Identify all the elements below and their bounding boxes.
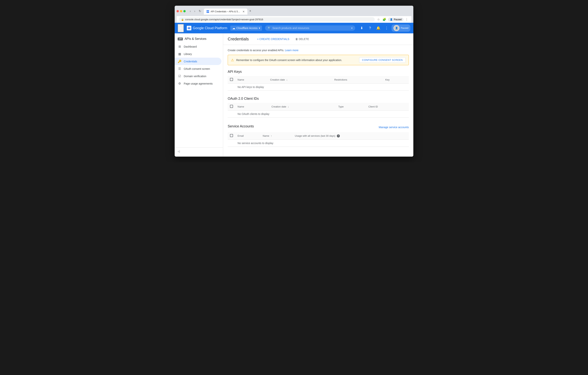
gcp-logo-icon — [187, 26, 191, 30]
more-options-button[interactable]: ⋮ — [383, 25, 390, 32]
dashboard-icon: ⊞ — [178, 45, 181, 48]
service-accounts-table: Email Name ↑ Usage with all services (la… — [228, 132, 409, 147]
notification-button[interactable]: 🔔 — [375, 25, 382, 32]
service-accounts-thead: Email Name ↑ Usage with all services (la… — [228, 132, 409, 140]
collapse-sidebar-button[interactable]: ◁ — [178, 150, 220, 153]
topbar-actions: ⬇ ? 🔔 ⋮ 👤 Paused — [358, 24, 410, 32]
sidebar-item-label: Library — [184, 53, 192, 55]
sa-name-header[interactable]: Name ↑ — [261, 132, 293, 140]
main-content: Credentials + CREATE CREDENTIALS 🗑 DELET… — [223, 33, 413, 157]
tab-title: API Credentials – APIs & Services — [211, 10, 241, 13]
library-icon: ▦ — [178, 52, 181, 56]
search-bar[interactable]: 🔍 Search products and resources ▾ — [265, 25, 355, 31]
api-keys-restrictions-header: Restrictions — [332, 76, 383, 84]
browser-nav: ‹ › ↻ — [189, 9, 202, 13]
address-bar[interactable]: 🔒 console.cloud.google.com/apis/credenti… — [179, 17, 375, 22]
sa-usage-header: Usage with all services (last 30 days) ? — [293, 132, 409, 140]
avatar[interactable]: 👤 — [393, 25, 399, 31]
download-button[interactable]: ⬇ — [358, 25, 365, 32]
sidebar-item-domain[interactable]: ☑ Domain verification — [175, 72, 221, 80]
tab-favicon: API — [207, 10, 209, 13]
oauth-date-header[interactable]: Creation date ↓ — [269, 103, 336, 110]
sidebar-item-dashboard[interactable]: ⊞ Dashboard — [175, 43, 221, 50]
content-body: Create credentials to access your enable… — [223, 45, 413, 157]
sidebar-item-library[interactable]: ▦ Library — [175, 50, 221, 58]
oauth-table: Name Creation date ↓ Type — [228, 103, 409, 118]
api-keys-empty-message: No API keys to display — [235, 84, 409, 91]
oauth-header-row: Name Creation date ↓ Type — [228, 103, 409, 110]
traffic-lights — [177, 10, 186, 12]
empty-checkbox-cell — [228, 140, 235, 147]
sidebar-item-page-usage[interactable]: ⚙ Page usage agreements — [175, 80, 221, 87]
address-actions: ☆ 🧩 👤 Paused ⋮ — [376, 17, 409, 22]
oauth-select-all-checkbox[interactable] — [230, 105, 233, 108]
gcp-logo: Google Cloud Platform — [187, 26, 227, 30]
search-expand-icon: ▾ — [351, 27, 353, 30]
empty-checkbox-cell — [228, 110, 235, 118]
hamburger-menu[interactable]: ≡ — [178, 24, 184, 32]
help-button[interactable]: ? — [367, 25, 373, 32]
warning-icon: ⚠ — [231, 58, 234, 62]
active-tab[interactable]: API API Credentials – APIs & Services ✕ — [204, 9, 247, 15]
refresh-button[interactable]: ↻ — [198, 9, 202, 13]
api-keys-section: API Keys Name Creatio — [228, 70, 409, 91]
domain-icon: ☑ — [178, 74, 181, 78]
oauth-checkbox-header — [228, 103, 235, 110]
api-keys-tbody: No API keys to display — [228, 84, 409, 91]
browser-controls: ‹ › ↻ API API Credentials – APIs & Servi… — [177, 8, 411, 15]
lock-icon: 🔒 — [181, 18, 184, 21]
bookmark-button[interactable]: ☆ — [376, 17, 381, 22]
api-keys-key-header: Key — [383, 76, 409, 84]
paused-badge[interactable]: 👤 Paused — [388, 18, 403, 22]
oauth-title: OAuth 2.0 Client IDs — [228, 97, 409, 101]
api-keys-title: API Keys — [228, 70, 409, 74]
oauth-thead: Name Creation date ↓ Type — [228, 103, 409, 110]
create-credentials-button[interactable]: + CREATE CREDENTIALS — [255, 36, 292, 42]
account-paused-badge[interactable]: 👤 Paused — [392, 24, 410, 32]
minimize-window-button[interactable] — [180, 10, 182, 12]
manage-service-accounts-link[interactable]: Manage service accounts — [379, 126, 409, 129]
api-keys-date-header[interactable]: Creation date ↓ — [268, 76, 332, 84]
new-tab-button[interactable]: + — [247, 8, 253, 15]
sidebar-item-label: Dashboard — [184, 45, 197, 48]
configure-consent-screen-button[interactable]: CONFIGURE CONSENT SCREEN — [359, 57, 406, 63]
address-text: console.cloud.google.com/apis/credential… — [185, 18, 372, 21]
extensions-button[interactable]: 🧩 — [381, 17, 387, 22]
delete-button[interactable]: 🗑 DELETE — [293, 36, 311, 42]
api-keys-thead: Name Creation date ↓ Restrictions — [228, 76, 409, 84]
search-icon: 🔍 — [268, 27, 271, 30]
sa-select-all-checkbox[interactable] — [230, 134, 233, 137]
project-name: Cloudflare Access — [236, 27, 258, 30]
close-window-button[interactable] — [177, 10, 179, 12]
oauth-empty-row: No OAuth clients to display — [228, 110, 409, 118]
maximize-window-button[interactable] — [183, 10, 186, 12]
api-keys-date-sort-icon: ↓ — [286, 78, 288, 81]
api-keys-table: Name Creation date ↓ Restrictions — [228, 76, 409, 91]
content-header: Credentials + CREATE CREDENTIALS 🗑 DELET… — [223, 33, 413, 45]
sa-empty-message: No service accounts to display — [235, 140, 409, 147]
api-keys-name-header: Name — [235, 76, 268, 84]
back-button[interactable]: ‹ — [189, 9, 192, 13]
browser-chrome: ‹ › ↻ API API Credentials – APIs & Servi… — [175, 6, 413, 23]
project-selector[interactable]: ☁ Cloudflare Access ▾ — [230, 26, 262, 31]
usage-help-icon[interactable]: ? — [337, 134, 340, 137]
service-accounts-section: Service Accounts Manage service accounts… — [228, 124, 409, 147]
api-keys-select-all-checkbox[interactable] — [230, 78, 233, 81]
browser-menu-button[interactable]: ⋮ — [404, 17, 409, 22]
sidebar-item-oauth[interactable]: ☰ OAuth consent screen — [175, 65, 221, 72]
cloudflare-icon: ☁ — [232, 26, 235, 30]
sa-email-header: Email — [235, 132, 261, 140]
sidebar: API APIs & Services ⊞ Dashboard ▦ Librar… — [175, 33, 223, 157]
oauth-section: OAuth 2.0 Client IDs Name — [228, 97, 409, 118]
sidebar-item-label: Page usage agreements — [184, 82, 213, 85]
gcp-topbar: ≡ Google Cloud Platform ☁ Cloudflare Acc… — [175, 23, 413, 33]
learn-more-link[interactable]: Learn more — [285, 49, 299, 52]
project-dropdown-icon: ▾ — [259, 27, 260, 30]
sidebar-item-credentials[interactable]: 🔑 Credentials — [175, 58, 221, 65]
warning-banner: ⚠ Remember to configure the OAuth consen… — [228, 55, 409, 65]
sidebar-section-title: APIs & Services — [185, 37, 207, 41]
oauth-clientid-header: Client ID — [366, 103, 409, 110]
forward-button[interactable]: › — [193, 9, 196, 13]
tab-close-button[interactable]: ✕ — [242, 10, 245, 13]
warning-left: ⚠ Remember to configure the OAuth consen… — [231, 58, 342, 62]
